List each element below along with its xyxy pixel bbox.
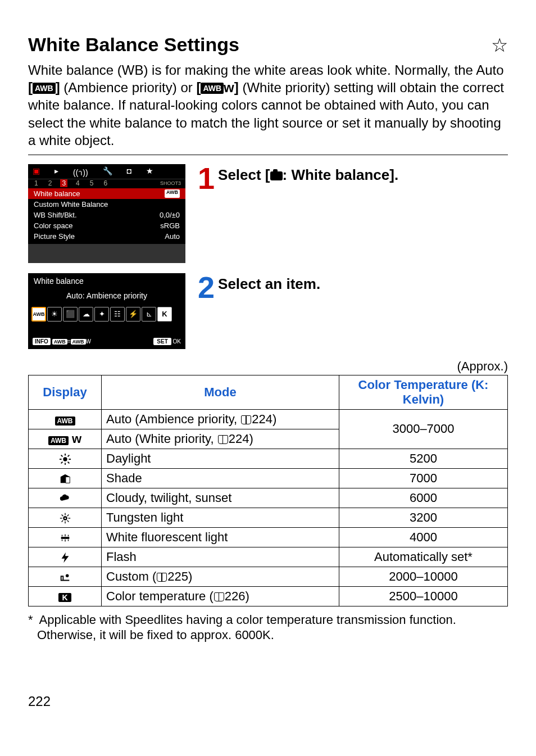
th-display: Display xyxy=(29,375,102,409)
page-ref-icon xyxy=(218,435,228,444)
daylight-icon xyxy=(59,453,71,465)
wb-screen-desc: Auto: Ambience priority xyxy=(28,287,185,307)
star-icon: ☆ xyxy=(491,35,508,55)
svg-point-0 xyxy=(63,457,67,461)
step-1-title: Select [: White balance]. xyxy=(218,166,398,184)
table-row: Custom (225) 2000–10000 xyxy=(29,567,508,586)
star-tab-icon: ★ xyxy=(146,166,153,179)
page-number: 222 xyxy=(28,694,508,709)
svg-point-18 xyxy=(64,518,66,519)
menu-screenshot-2: White balance Auto: Ambience priority AW… xyxy=(28,273,185,349)
svg-line-14 xyxy=(61,515,63,517)
th-temp: Color Temperature (K: Kelvin) xyxy=(339,375,508,409)
cloudy-icon xyxy=(59,492,71,505)
wb-option-daylight: ☀ xyxy=(47,307,62,322)
awb-icon: AWB xyxy=(55,417,75,425)
table-row: Shade 7000 xyxy=(29,468,508,488)
footnote: * Applicable with Speedlites having a co… xyxy=(28,612,508,643)
awb-eq-left: AWB xyxy=(52,339,67,345)
info-badge: INFO xyxy=(33,338,51,345)
awb-w-suffix: W xyxy=(86,338,91,345)
svg-line-16 xyxy=(61,520,63,522)
kelvin-icon: K xyxy=(58,593,71,602)
svg-rect-19 xyxy=(61,537,69,539)
page-ref-icon xyxy=(214,592,224,601)
camera-tab-icon: ▣ xyxy=(33,166,40,179)
table-row: AWB Auto (Ambience priority, 224) 3000–7… xyxy=(29,409,508,429)
tab-num: 1 xyxy=(33,179,40,187)
table-row: White fluorescent light 4000 xyxy=(29,527,508,547)
tab-num: 6 xyxy=(102,179,109,187)
menu-row: Color spacesRGB xyxy=(28,220,185,231)
menu-screenshot-1: ▣ ▸ ((า)) 🔧 ◘ ★ 1 2 3 4 5 6 SHOOT3 White… xyxy=(28,164,185,263)
wb-option-custom: ⊾ xyxy=(142,307,156,322)
awb-badge-small: AWB xyxy=(165,189,180,198)
ok-label: OK xyxy=(173,338,181,345)
menu-row: Picture StyleAuto xyxy=(28,231,185,242)
awb-icon: AWB xyxy=(201,83,224,94)
wireless-tab-icon: ((า)) xyxy=(73,166,88,179)
page-ref-icon xyxy=(157,573,167,582)
custom-wb-icon xyxy=(59,571,71,583)
awb-eq-right: AWB xyxy=(71,339,86,345)
menu-row: WB Shift/Bkt.0,0/±0 xyxy=(28,210,185,220)
table-row: Tungsten light 3200 xyxy=(29,508,508,527)
tab-num: 4 xyxy=(74,179,81,187)
svg-line-6 xyxy=(67,462,69,464)
table-row: Flash Automatically set* xyxy=(29,547,508,567)
custom-tab-icon: ◘ xyxy=(127,166,131,179)
page-title: White Balance Settings xyxy=(28,34,239,56)
table-row: K Color temperature (226) 2500–10000 xyxy=(29,586,508,606)
play-tab-icon: ▸ xyxy=(54,166,58,179)
menu-row-white-balance: White balance AWB xyxy=(28,188,185,199)
svg-point-26 xyxy=(65,574,69,578)
wb-option-fluorescent: ☷ xyxy=(110,307,125,322)
step-number-2: 2 xyxy=(198,275,215,300)
shade-icon xyxy=(59,473,71,485)
approx-label: (Approx.) xyxy=(28,359,508,374)
white-balance-table: Display Mode Color Temperature (K: Kelvi… xyxy=(28,375,508,606)
table-row: Cloudy, twilight, sunset 6000 xyxy=(29,488,508,508)
tungsten-icon xyxy=(59,512,71,524)
wb-screen-title: White balance xyxy=(28,273,185,287)
wb-option-cloudy: ☁ xyxy=(79,307,93,322)
step-number-1: 1 xyxy=(198,166,215,191)
svg-line-15 xyxy=(67,520,69,522)
camera-icon xyxy=(270,171,283,180)
page-ref-icon xyxy=(241,415,251,424)
menu-row: Custom White Balance xyxy=(28,199,185,210)
fluorescent-icon xyxy=(59,532,71,544)
tab-num-active: 3 xyxy=(60,179,67,187)
svg-line-7 xyxy=(61,462,62,464)
wb-option-kelvin: K xyxy=(157,307,172,322)
awb-icon: AWB xyxy=(33,83,56,94)
svg-line-8 xyxy=(67,455,69,457)
step-2-title: Select an item. xyxy=(218,275,320,293)
tab-num: 5 xyxy=(88,179,96,187)
awb-icon: AWB xyxy=(48,436,69,445)
wb-option-flash: ⚡ xyxy=(126,307,140,322)
th-mode: Mode xyxy=(102,375,339,409)
set-badge: SET xyxy=(153,338,171,345)
tab-num: 2 xyxy=(47,179,54,187)
svg-line-5 xyxy=(61,455,62,457)
wb-option-awb: AWB xyxy=(31,307,46,322)
intro-paragraph: White balance (WB) is for making the whi… xyxy=(28,61,508,155)
svg-line-17 xyxy=(67,515,69,517)
table-row: Daylight 5200 xyxy=(29,449,508,468)
wb-option-tungsten: ✦ xyxy=(94,307,109,322)
wb-option-shade: ⬛ xyxy=(63,307,78,322)
flash-icon xyxy=(59,551,71,564)
shoot-label: SHOOT3 xyxy=(160,180,181,186)
wrench-tab-icon: 🔧 xyxy=(103,166,112,179)
